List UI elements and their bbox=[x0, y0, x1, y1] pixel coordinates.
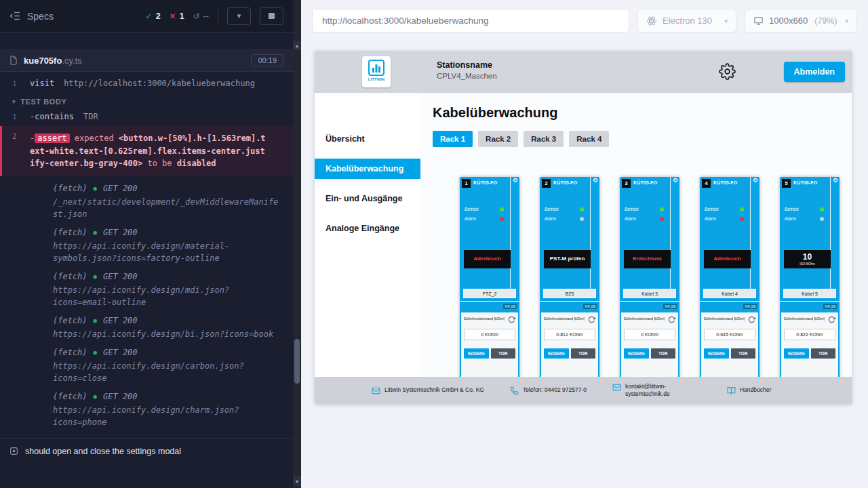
next-test-row[interactable]: should open and close the settings modal bbox=[0, 438, 293, 488]
card-settings-icon[interactable]: ⚙ bbox=[513, 178, 518, 184]
device-card-5: ⚙ 5 KÜ706-FO Betrieb Alarm 10 ISO MOhm K… bbox=[780, 177, 840, 380]
refresh-icon[interactable] bbox=[508, 316, 515, 323]
card-number: 1 bbox=[462, 179, 471, 188]
status-display: Aderbruch bbox=[464, 250, 511, 268]
visit-command[interactable]: 1 visit http://localhost:3000/kabelueber… bbox=[0, 76, 293, 91]
resistance-label: Schleifenwiderstand [kOhm] bbox=[464, 316, 505, 321]
card-settings-icon[interactable]: ⚙ bbox=[673, 178, 678, 184]
fetch-log-entry[interactable]: (fetch)●GET 200 https://api.iconify.desi… bbox=[0, 348, 293, 384]
alarm-led bbox=[500, 217, 504, 221]
betrieb-led bbox=[500, 207, 504, 211]
run-stats: ✓2 ✕1 ↺-- ▾ bbox=[146, 7, 283, 25]
alarm-indicator: Alarm bbox=[465, 216, 504, 221]
url-input[interactable]: http://localhost:3000/kabelueberwachung bbox=[312, 9, 629, 33]
card-divider bbox=[830, 177, 831, 289]
tdr-button[interactable]: TDR bbox=[731, 348, 756, 359]
card-settings-icon[interactable]: ⚙ bbox=[593, 178, 598, 184]
passed-count: ✓2 bbox=[146, 12, 161, 21]
browser-select[interactable]: Electron 130 ▾ bbox=[637, 9, 736, 33]
refresh-icon[interactable] bbox=[668, 316, 675, 323]
contains-command[interactable]: 1 -contains TDR bbox=[0, 109, 293, 124]
reporter-scrollbar: ▲ ▼ bbox=[293, 0, 301, 488]
rack-tab-2[interactable]: Rack 2 bbox=[478, 131, 518, 147]
cypress-reporter: Specs ✓2 ✕1 ↺-- ▾ kue705fo.cy.ts 00:19 1… bbox=[0, 0, 293, 488]
svg-text:LITTWIN: LITTWIN bbox=[368, 77, 384, 81]
fetch-log-entry[interactable]: (fetch)●GET 200 https://api.iconify.desi… bbox=[0, 228, 293, 264]
resistance-value: 0 KOhm bbox=[464, 329, 515, 340]
rack-tab-1[interactable]: Rack 1 bbox=[433, 131, 473, 147]
betrieb-led bbox=[660, 207, 664, 211]
card-separator bbox=[780, 301, 840, 302]
footer-email[interactable]: kontakt@littwin-systemtechnik.de bbox=[612, 383, 701, 399]
fetch-log-entry[interactable]: (fetch)●GET 200 https://api.iconify.desi… bbox=[0, 272, 293, 308]
fetch-log-entry[interactable]: (fetch)●GET 200 https://api.iconify.desi… bbox=[0, 392, 293, 428]
tdr-button[interactable]: TDR bbox=[651, 348, 676, 359]
chevron-down-icon: ▾ bbox=[724, 18, 728, 24]
card-separator bbox=[540, 301, 599, 302]
divider bbox=[218, 10, 218, 22]
schleife-button[interactable]: Schleife bbox=[704, 348, 729, 359]
success-dot-icon: ● bbox=[94, 393, 97, 400]
resistance-panel: Schleifenwiderstand [kOhm] 0.822 KOhm Sc… bbox=[781, 312, 838, 380]
specs-list-icon[interactable] bbox=[9, 10, 21, 22]
betrieb-led bbox=[820, 207, 824, 211]
schleife-button[interactable]: Schleife bbox=[784, 348, 809, 359]
refresh-icon[interactable] bbox=[828, 316, 835, 323]
schleife-button[interactable]: Schleife bbox=[464, 348, 489, 359]
scroll-down-arrow[interactable]: ▼ bbox=[293, 476, 301, 486]
rack-tab-4[interactable]: Rack 4 bbox=[569, 131, 609, 147]
status-display: Erdschluss bbox=[624, 250, 671, 268]
logout-button[interactable]: Abmelden bbox=[784, 62, 845, 82]
electron-icon bbox=[646, 16, 657, 26]
viewport-select[interactable]: 1000x660 (79%) ▾ bbox=[745, 9, 857, 33]
card-settings-icon[interactable]: ⚙ bbox=[833, 178, 838, 184]
tdr-button[interactable]: TDR bbox=[491, 348, 516, 359]
status-display: 10 ISO MOhm bbox=[784, 250, 831, 268]
alarm-led bbox=[660, 217, 664, 221]
alarm-indicator: Alarm bbox=[785, 216, 824, 221]
scrollbar-thumb[interactable] bbox=[294, 339, 300, 384]
sidebar-item-analoge-eingaenge[interactable]: Analoge Eingänge bbox=[315, 214, 420, 243]
betrieb-indicator: Betrieb bbox=[625, 207, 664, 211]
refresh-icon[interactable] bbox=[748, 316, 755, 323]
sidebar-item-uebersicht[interactable]: Übersicht bbox=[315, 124, 420, 154]
spec-file-icon bbox=[9, 56, 18, 65]
runner-toolbar: http://localhost:3000/kabelueberwachung … bbox=[301, 0, 868, 42]
resistance-value: 0.812 KOhm bbox=[544, 329, 595, 340]
card-title: KÜ705-FO bbox=[713, 180, 737, 185]
footer-manuals-link[interactable]: Handbücher bbox=[727, 386, 771, 395]
scroll-up-arrow[interactable]: ▲ bbox=[293, 41, 301, 50]
resistance-panel: Schleifenwiderstand [kOhm] 0 KOhm Schlei… bbox=[461, 312, 518, 380]
assert-badge: assert bbox=[35, 134, 69, 143]
failed-assert-command[interactable]: 2 -assert expected <button.w-[50%].h-[1.… bbox=[0, 126, 293, 176]
device-card-1: ⚙ 1 KÜ705-FO Betrieb Alarm Aderbruch FTZ… bbox=[460, 177, 519, 380]
stop-run-button[interactable] bbox=[260, 7, 283, 25]
rack-tab-3[interactable]: Rack 3 bbox=[524, 131, 564, 147]
assert-message: -assert expected <button.w-[50%].h-[1.56… bbox=[30, 132, 269, 170]
test-body-toggle[interactable]: ▾ TEST BODY bbox=[0, 91, 293, 109]
resistance-value: 0 KOhm bbox=[624, 329, 675, 340]
success-dot-icon: ● bbox=[94, 229, 97, 236]
resistance-label: Schleifenwiderstand [kOhm] bbox=[544, 316, 585, 321]
spec-header[interactable]: kue705fo.cy.ts 00:19 bbox=[0, 49, 293, 72]
fetch-log-entry[interactable]: (fetch)●GET 200 /_next/static/developmen… bbox=[0, 184, 293, 220]
betrieb-indicator: Betrieb bbox=[465, 207, 504, 211]
schleife-button[interactable]: Schleife bbox=[624, 348, 649, 359]
schleife-button[interactable]: Schleife bbox=[544, 348, 569, 359]
tdr-button[interactable]: TDR bbox=[811, 348, 836, 359]
collapse-all-button[interactable]: ▾ bbox=[227, 7, 251, 25]
refresh-icon[interactable] bbox=[588, 316, 595, 323]
specs-label[interactable]: Specs bbox=[27, 11, 54, 22]
sidebar-item-kabelueberwachung[interactable]: Kabelüberwachung bbox=[315, 159, 420, 179]
firmware-version: V4.19 bbox=[823, 304, 837, 309]
settings-gear-icon[interactable] bbox=[719, 63, 736, 80]
sidebar-item-ein-und-ausgaenge[interactable]: Ein- und Ausgänge bbox=[315, 184, 420, 214]
card-settings-icon[interactable]: ⚙ bbox=[753, 178, 758, 184]
tdr-button[interactable]: TDR bbox=[571, 348, 596, 359]
footer-phone[interactable]: Telefon: 04402 972577-0 bbox=[510, 386, 587, 395]
spec-timer: 00:19 bbox=[251, 54, 283, 66]
success-dot-icon: ● bbox=[94, 349, 97, 356]
email-icon bbox=[372, 386, 380, 395]
status-display: Aderbruch bbox=[704, 250, 751, 268]
fetch-log-entry[interactable]: (fetch)●GET 200 https://api.iconify.desi… bbox=[0, 316, 293, 340]
